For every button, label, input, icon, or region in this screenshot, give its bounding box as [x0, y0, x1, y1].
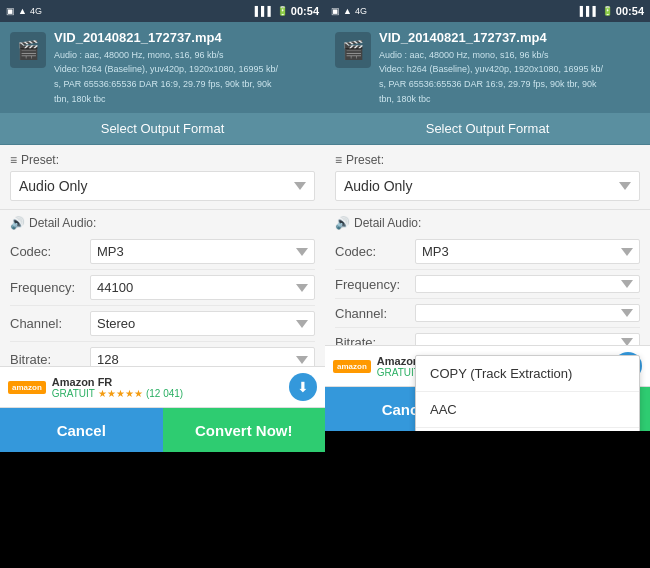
status-right: ▌▌▌ 🔋 00:54 [255, 5, 319, 17]
file-detail1-left: Audio : aac, 48000 Hz, mono, s16, 96 kb/… [54, 49, 315, 62]
select-output-format-left[interactable]: Select Output Format [0, 113, 325, 145]
channel-row-left: Channel: Stereo [10, 306, 315, 342]
convert-button-left[interactable]: Convert Now! [163, 408, 326, 452]
codec-dropdown: COPY (Track Extraction) AAC MP3 MP2 WMA [415, 355, 640, 431]
dropdown-arrow-right [619, 182, 631, 190]
preset-value-left: Audio Only [19, 178, 87, 194]
bitrate-val-left: 128 [97, 352, 119, 367]
file-detail1-right: Audio : aac, 48000 Hz, mono, s16, 96 kb/… [379, 49, 640, 62]
preset-value-row-left[interactable]: Audio Only [10, 171, 315, 201]
file-detail4-left: tbn, 180k tbc [54, 93, 315, 106]
frequency-arrow-left [296, 284, 308, 292]
preset-value-row-right[interactable]: Audio Only [335, 171, 640, 201]
stars-left: ★★★★★ [98, 388, 143, 399]
detail-audio-title-right: 🔊 Detail Audio: [335, 216, 640, 230]
file-icon-left: 🎬 [10, 32, 46, 68]
cancel-button-left[interactable]: Cancel [0, 408, 163, 452]
dropdown-arrow-left [294, 182, 306, 190]
channel-val-left: Stereo [97, 316, 135, 331]
status-right-right: ▌▌▌ 🔋 00:54 [580, 5, 644, 17]
time-display: 00:54 [291, 5, 319, 17]
list-icon-right: ≡ [335, 153, 342, 167]
file-name-left: VID_20140821_172737.mp4 [54, 30, 315, 47]
signal-icon: ▣ [6, 6, 15, 16]
frequency-arrow-right [621, 280, 633, 288]
frequency-row-left: Frequency: 44100 [10, 270, 315, 306]
file-info-left: VID_20140821_172737.mp4 Audio : aac, 480… [54, 30, 315, 105]
frequency-val-wrap-right[interactable] [415, 275, 640, 293]
channel-val-wrap-left[interactable]: Stereo [90, 311, 315, 336]
video-icon-right: 🎬 [342, 39, 364, 61]
preset-label-right: ≡ Preset: [335, 153, 640, 167]
codec-row-right: Codec: MP3 [335, 234, 640, 270]
frequency-key-left: Frequency: [10, 280, 90, 295]
left-panel: ▣ ▲ 4G ▌▌▌ 🔋 00:54 🎬 VID_20140821_172737… [0, 0, 325, 568]
channel-key-left: Channel: [10, 316, 90, 331]
video-icon-left: 🎬 [17, 39, 39, 61]
amazon-logo-left: amazon [8, 381, 46, 394]
preset-section-left: ≡ Preset: Audio Only [0, 145, 325, 210]
file-detail3-right: s, PAR 65536:65536 DAR 16:9, 29.79 fps, … [379, 78, 640, 91]
codec-row-left: Codec: MP3 [10, 234, 315, 270]
main-content-left: ≡ Preset: Audio Only 🔊 Detail Audio: Cod… [0, 145, 325, 452]
dropdown-item-copy[interactable]: COPY (Track Extraction) [416, 356, 639, 392]
codec-key-right: Codec: [335, 244, 415, 259]
battery-icon-right: 🔋 [602, 6, 613, 16]
bottom-buttons-left: Cancel Convert Now! [0, 408, 325, 452]
speaker-icon-right: 🔊 [335, 216, 350, 230]
notification-icon-right: 4G [355, 6, 367, 16]
file-detail4-right: tbn, 180k tbc [379, 93, 640, 106]
channel-key-right: Channel: [335, 306, 415, 321]
wifi-icon: ▲ [18, 6, 27, 16]
signal-bars-icon: ▌▌▌ [255, 6, 274, 16]
status-left: ▣ ▲ 4G [6, 6, 42, 16]
detail-audio-right: 🔊 Detail Audio: Codec: MP3 Frequency: Ch… [325, 210, 650, 363]
bitrate-key-left: Bitrate: [10, 352, 90, 367]
channel-row-right: Channel: [335, 299, 640, 328]
channel-arrow-left [296, 320, 308, 328]
signal-bars-icon-right: ▌▌▌ [580, 6, 599, 16]
dropdown-item-mp3[interactable]: MP3 [416, 428, 639, 431]
codec-key-left: Codec: [10, 244, 90, 259]
list-icon-left: ≡ [10, 153, 17, 167]
status-bar-right: ▣ ▲ 4G ▌▌▌ 🔋 00:54 [325, 0, 650, 22]
ad-sub-left: GRATUIT ★★★★★ (12 041) [52, 388, 283, 399]
frequency-row-right: Frequency: [335, 270, 640, 299]
file-icon-right: 🎬 [335, 32, 371, 68]
codec-val-wrap-right[interactable]: MP3 [415, 239, 640, 264]
ad-text-left: Amazon FR GRATUIT ★★★★★ (12 041) [52, 376, 283, 399]
frequency-val-wrap-left[interactable]: 44100 [90, 275, 315, 300]
amazon-logo-right: amazon [333, 360, 371, 373]
frequency-key-right: Frequency: [335, 277, 415, 292]
ad-title-left: Amazon FR [52, 376, 283, 388]
battery-icon: 🔋 [277, 6, 288, 16]
file-name-right: VID_20140821_172737.mp4 [379, 30, 640, 47]
dropdown-item-aac[interactable]: AAC [416, 392, 639, 428]
codec-arrow-right [621, 248, 633, 256]
detail-audio-left: 🔊 Detail Audio: Codec: MP3 Frequency: 44… [0, 210, 325, 384]
right-panel: ▣ ▲ 4G ▌▌▌ 🔋 00:54 🎬 VID_20140821_172737… [325, 0, 650, 568]
codec-val-wrap-left[interactable]: MP3 [90, 239, 315, 264]
file-header-right: 🎬 VID_20140821_172737.mp4 Audio : aac, 4… [325, 22, 650, 113]
signal-icon-right: ▣ [331, 6, 340, 16]
ad-banner-left[interactable]: amazon Amazon FR GRATUIT ★★★★★ (12 041) … [0, 366, 325, 408]
codec-arrow-left [296, 248, 308, 256]
preset-label-left: ≡ Preset: [10, 153, 315, 167]
file-info-right: VID_20140821_172737.mp4 Audio : aac, 480… [379, 30, 640, 105]
file-detail2-right: Video: h264 (Baseline), yuv420p, 1920x10… [379, 63, 640, 76]
codec-val-right: MP3 [422, 244, 449, 259]
file-header-left: 🎬 VID_20140821_172737.mp4 Audio : aac, 4… [0, 22, 325, 113]
file-detail3-left: s, PAR 65536:65536 DAR 16:9, 29.79 fps, … [54, 78, 315, 91]
channel-val-wrap-right[interactable] [415, 304, 640, 322]
frequency-val-left: 44100 [97, 280, 133, 295]
main-content-right: ≡ Preset: Audio Only 🔊 Detail Audio: Cod… [325, 145, 650, 431]
preset-value-right: Audio Only [344, 178, 412, 194]
codec-val-left: MP3 [97, 244, 124, 259]
select-output-format-right[interactable]: Select Output Format [325, 113, 650, 145]
preset-section-right: ≡ Preset: Audio Only [325, 145, 650, 210]
ad-download-left[interactable]: ⬇ [289, 373, 317, 401]
status-left-right: ▣ ▲ 4G [331, 6, 367, 16]
wifi-icon-right: ▲ [343, 6, 352, 16]
time-display-right: 00:54 [616, 5, 644, 17]
notification-icon: 4G [30, 6, 42, 16]
